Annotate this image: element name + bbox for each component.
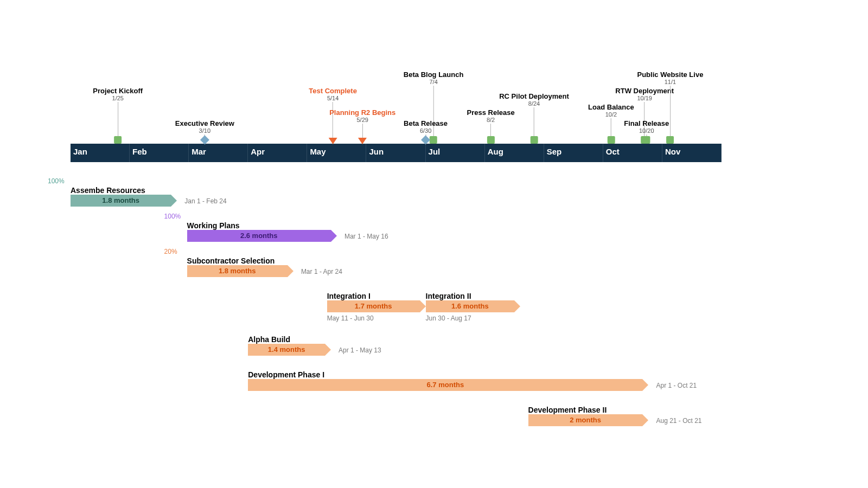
milestone-connector xyxy=(362,124,363,138)
milestone-date: 3/10 xyxy=(175,127,234,134)
task-date-range: Apr 1 - May 13 xyxy=(339,346,381,354)
task-percent: 20% xyxy=(164,248,177,275)
diamond-marker xyxy=(200,136,209,145)
milestone: Planning R2 Begins5/29 xyxy=(329,108,395,145)
month-label: Feb xyxy=(132,147,147,156)
milestone: Project Kickoff1/25 xyxy=(93,87,143,147)
task-bar: 6.7 months xyxy=(248,379,642,391)
milestone-connector xyxy=(670,86,671,140)
task-percent: 100% xyxy=(48,177,65,205)
square-marker xyxy=(666,136,674,144)
milestone-title: Beta Release xyxy=(404,119,448,127)
task-row: Working Plans2.6 months100%Mar 1 - May 1… xyxy=(71,211,722,242)
milestone-title: RC Pilot Deployment xyxy=(499,92,569,100)
milestone-connector xyxy=(534,107,534,140)
milestone-title: Beta Blog Launch xyxy=(404,70,464,79)
task-row: Development Phase II2 monthsAug 21 - Oct… xyxy=(71,396,722,426)
task-bar: 1.6 months xyxy=(426,300,514,312)
square-marker xyxy=(531,136,538,144)
month-label: Mar xyxy=(192,147,206,156)
task-bar: 2.6 months xyxy=(187,230,331,242)
month-label: Jan xyxy=(73,147,87,156)
task-title: Working Plans xyxy=(187,221,240,230)
milestone: Beta Release6/30 xyxy=(404,119,448,146)
square-marker xyxy=(114,136,122,144)
task-title: Assembe Resources xyxy=(71,186,145,195)
diamond-marker xyxy=(421,136,430,145)
milestone: Executive Review3/10 xyxy=(175,119,234,146)
month-label: Jun xyxy=(369,147,384,156)
square-marker xyxy=(487,136,495,144)
task-date-range: Aug 21 - Oct 21 xyxy=(656,417,701,425)
milestone-title: Project Kickoff xyxy=(93,87,143,95)
month-cell: May xyxy=(307,144,366,162)
task-date-range: Mar 1 - Apr 24 xyxy=(301,268,342,275)
task-bar: 1.8 months xyxy=(71,195,171,207)
task-row: Subcontractor Selection1.8 months20%Mar … xyxy=(71,247,722,277)
task-row: Assembe Resources1.8 months100%Jan 1 - F… xyxy=(71,176,722,207)
task-date-range: Jan 1 - Feb 24 xyxy=(184,197,226,205)
task-title: Alpha Build xyxy=(248,335,290,344)
task-row: Alpha Build1.4 monthsApr 1 - May 13 xyxy=(71,325,722,356)
month-label: Nov xyxy=(665,147,680,156)
task-title: Development Phase I xyxy=(248,370,324,379)
milestone-title: Planning R2 Begins xyxy=(329,108,395,117)
month-label: Apr xyxy=(251,147,265,156)
arrow-down-icon xyxy=(358,138,367,144)
milestone-title: Test Complete xyxy=(309,87,357,95)
month-label: Sep xyxy=(547,147,562,156)
task-date-range: May 11 - Jun 30 xyxy=(327,314,374,322)
month-cell: Mar xyxy=(189,144,248,162)
month-label: Oct xyxy=(606,147,620,156)
milestone-date: 5/14 xyxy=(309,95,357,102)
task-bar: 1.8 months xyxy=(187,265,288,277)
month-cell: Apr xyxy=(248,144,307,162)
task-row: Integration II1.6 monthsJun 30 - Aug 17 xyxy=(71,282,722,312)
milestone-date: 6/30 xyxy=(404,127,448,134)
month-label: Jul xyxy=(429,147,441,156)
milestone: RC Pilot Deployment8/24 xyxy=(499,92,569,147)
month-label: May xyxy=(310,147,326,156)
milestone-title: Executive Review xyxy=(175,119,234,127)
task-title: Development Phase II xyxy=(528,406,607,414)
month-label: Aug xyxy=(488,147,503,156)
square-marker xyxy=(607,136,615,144)
milestone-connector xyxy=(118,102,118,140)
task-bar: 1.4 months xyxy=(248,344,325,356)
task-title: Subcontractor Selection xyxy=(187,256,275,265)
task-date-range: Apr 1 - Oct 21 xyxy=(656,382,697,389)
task-title: Integration II xyxy=(426,292,471,300)
gantt-chart: JanFebMarAprMayJunJulAugSepOctNov Projec… xyxy=(71,70,722,450)
milestone-date: 7/4 xyxy=(404,79,464,86)
milestone-date: 11/1 xyxy=(637,79,704,86)
milestone-date: 8/24 xyxy=(499,100,569,107)
task-row: Development Phase I6.7 monthsApr 1 - Oct… xyxy=(71,361,722,391)
task-date-range: Mar 1 - May 16 xyxy=(344,233,388,240)
milestone-date: 1/25 xyxy=(93,95,143,102)
task-date-range: Jun 30 - Aug 17 xyxy=(426,314,471,322)
task-percent: 100% xyxy=(164,213,181,240)
milestone: Public Website Live11/1 xyxy=(637,70,704,147)
task-bar: 2 months xyxy=(528,414,643,426)
milestone-date: 5/29 xyxy=(329,117,395,124)
milestone-title: Public Website Live xyxy=(637,70,704,79)
